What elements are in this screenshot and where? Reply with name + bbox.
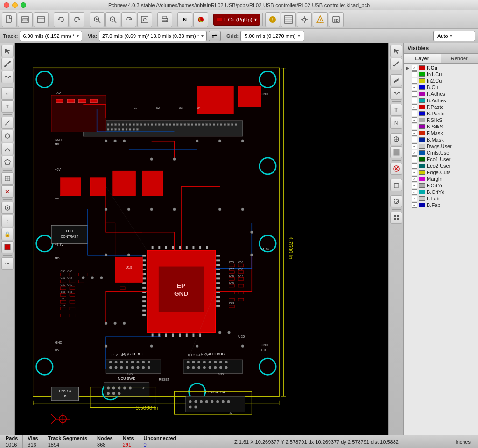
- target-r[interactable]: [390, 133, 402, 145]
- zoom-refresh-button[interactable]: [121, 12, 136, 27]
- route-diff-r[interactable]: [390, 74, 402, 86]
- text-tool[interactable]: T: [1, 100, 14, 113]
- draw-circle-tool[interactable]: [1, 130, 14, 142]
- maximize-button[interactable]: [21, 2, 26, 8]
- new-button[interactable]: [2, 12, 17, 27]
- layer-visibility-checkbox[interactable]: [412, 156, 417, 162]
- layer-row[interactable]: ✓B.Cu: [404, 84, 478, 91]
- push-shove-tool[interactable]: ↕: [1, 215, 14, 227]
- draw-polygon-tool[interactable]: [1, 156, 14, 168]
- dimensions-r[interactable]: N: [390, 117, 402, 129]
- dots-r[interactable]: [390, 212, 402, 224]
- layer-row[interactable]: ✓F.SilkS: [404, 117, 478, 123]
- layer-row[interactable]: Eco2.User: [404, 163, 478, 169]
- layer-row[interactable]: ✓Edge.Cuts: [404, 169, 478, 176]
- add-footprint-tool[interactable]: [1, 172, 14, 185]
- text-r[interactable]: T: [390, 104, 402, 116]
- layer-visibility-checkbox[interactable]: [412, 111, 417, 116]
- zone-r[interactable]: [390, 146, 402, 158]
- zoom-field[interactable]: Auto ▾: [433, 31, 475, 41]
- draw-arc-tool[interactable]: [1, 143, 14, 155]
- tab-render[interactable]: Render: [441, 54, 478, 63]
- layer-visibility-checkbox[interactable]: ✓: [412, 65, 417, 71]
- print-button[interactable]: [157, 12, 172, 27]
- layer-visibility-checkbox[interactable]: [412, 71, 417, 77]
- measure-tool[interactable]: ↔: [1, 87, 14, 100]
- route-tool[interactable]: [1, 58, 14, 70]
- layer-row[interactable]: ✓Cmts.User: [404, 149, 478, 156]
- layer-visibility-checkbox[interactable]: ✓: [412, 130, 417, 136]
- layer-row[interactable]: ✓B.CrtYd: [404, 189, 478, 195]
- track-field[interactable]: 6.00 mils (0.152 mm) * ▾: [20, 31, 82, 41]
- tune-r[interactable]: [390, 87, 402, 100]
- layer-visibility-checkbox[interactable]: [412, 78, 417, 84]
- layer-row[interactable]: B.Paste: [404, 110, 478, 117]
- lock-tool[interactable]: 🔒: [1, 228, 14, 240]
- layer-row[interactable]: F.Adhes: [404, 91, 478, 97]
- zoom-fit-button[interactable]: [137, 12, 152, 27]
- layer-row[interactable]: ✓Dwgs.User: [404, 143, 478, 149]
- redo-button[interactable]: [70, 12, 84, 27]
- layer-row[interactable]: In1.Cu: [404, 71, 478, 78]
- undo-button[interactable]: [54, 12, 69, 27]
- layer-row[interactable]: B.Mask: [404, 136, 478, 143]
- layer-row[interactable]: ✓F.CrtYd: [404, 182, 478, 189]
- canvas-area[interactable]: 4.7500 In 3.5000 In: [15, 43, 388, 435]
- swap-button[interactable]: ⇄: [209, 31, 221, 41]
- layer-row[interactable]: In2.Cu: [404, 78, 478, 84]
- crosshair-r[interactable]: [390, 195, 402, 207]
- copper-fill-tool[interactable]: [1, 241, 14, 253]
- close-button[interactable]: [4, 2, 9, 8]
- select-tool-r[interactable]: [390, 45, 402, 57]
- layer-visibility-checkbox[interactable]: ✓: [412, 117, 417, 123]
- pointer-tool[interactable]: [1, 45, 14, 57]
- layer-row[interactable]: ✓Margin: [404, 176, 478, 182]
- layer-row[interactable]: ▶✓F.Cu: [404, 64, 478, 71]
- layer-visibility-checkbox[interactable]: ✓: [412, 189, 417, 195]
- layer-visibility-checkbox[interactable]: ✓: [412, 170, 417, 175]
- layer-row[interactable]: B.SilkS: [404, 123, 478, 130]
- minimize-button[interactable]: [12, 2, 18, 8]
- draw-line-tool[interactable]: [1, 117, 14, 129]
- layer-row[interactable]: B.Adhes: [404, 97, 478, 104]
- layer-row[interactable]: ✓F.Paste: [404, 104, 478, 110]
- copper-zones-button[interactable]: [281, 12, 296, 27]
- zoom-out-button[interactable]: [105, 12, 120, 27]
- layer-row[interactable]: ✓F.Fab: [404, 195, 478, 202]
- pcb-setup-button[interactable]: [18, 12, 33, 27]
- 3d-viewer-button[interactable]: 3D: [329, 12, 344, 27]
- layer-visibility-checkbox[interactable]: ✓: [412, 150, 417, 156]
- route-single-r[interactable]: [390, 58, 402, 70]
- layer-visibility-checkbox[interactable]: [412, 163, 417, 169]
- layer-visibility-checkbox[interactable]: [412, 91, 417, 97]
- layer-visibility-checkbox[interactable]: [412, 124, 417, 129]
- drill-origin-button[interactable]: [313, 12, 328, 27]
- microwave-tool[interactable]: 〜: [1, 257, 14, 270]
- layer-visibility-checkbox[interactable]: ✓: [412, 85, 417, 90]
- grid-origin-button[interactable]: [297, 12, 312, 27]
- layer-visibility-checkbox[interactable]: [412, 137, 417, 142]
- drc-button[interactable]: !: [265, 12, 280, 27]
- layer-visibility-checkbox[interactable]: [412, 98, 417, 103]
- layer-row[interactable]: ✓B.Fab: [404, 202, 478, 208]
- ratsnest-button[interactable]: 🐛: [193, 12, 208, 27]
- layer-dropdown[interactable]: F.Cu (PgUp) ▾: [213, 14, 260, 26]
- pcb-setup2-button[interactable]: [34, 12, 49, 27]
- drc-r[interactable]: [390, 163, 402, 175]
- layer-visibility-checkbox[interactable]: ✓: [412, 104, 417, 110]
- delete-tool[interactable]: ✕: [1, 185, 14, 198]
- layer-visibility-checkbox[interactable]: ✓: [412, 196, 417, 201]
- layer-visibility-checkbox[interactable]: ✓: [412, 183, 417, 188]
- layer-row[interactable]: Eco1.User: [404, 156, 478, 163]
- trash-r[interactable]: [390, 179, 402, 191]
- tab-layer[interactable]: Layer: [404, 54, 441, 63]
- layer-visibility-checkbox[interactable]: ✓: [412, 202, 417, 208]
- layer-row[interactable]: ✓F.Mask: [404, 130, 478, 136]
- grid-field[interactable]: 5.00 mils (0.1270 mm) ▾: [240, 31, 304, 41]
- via-field[interactable]: 27.0 mils (0.69 mm)/ 13.0 mils (0.33 mm)…: [99, 31, 207, 41]
- layer-visibility-checkbox[interactable]: ✓: [412, 143, 417, 149]
- tune-single-tool[interactable]: [1, 71, 14, 83]
- layer-visibility-checkbox[interactable]: ✓: [412, 176, 417, 182]
- highlight-net-tool[interactable]: [1, 202, 14, 214]
- zoom-in-button[interactable]: [90, 12, 105, 27]
